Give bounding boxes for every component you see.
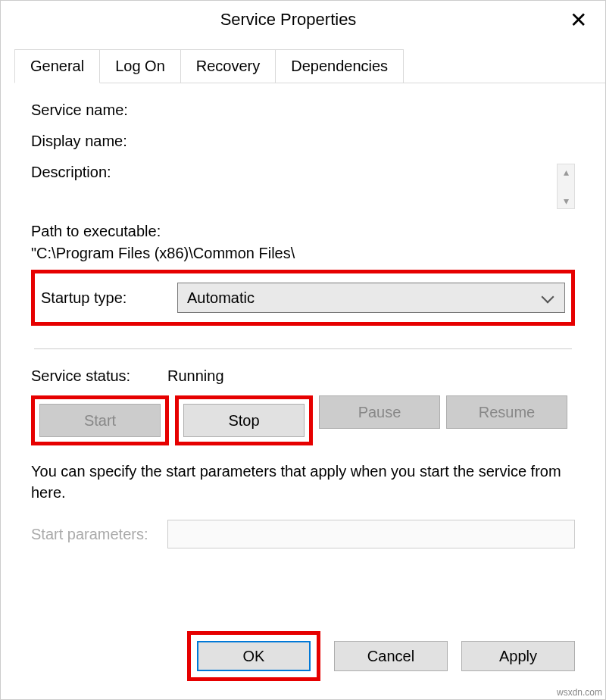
tab-content: Service name: Display name: Description:… [1,83,605,622]
ok-button[interactable]: OK [197,641,311,671]
service-status-value: Running [167,367,224,385]
highlight-stop-button: Stop [175,395,313,445]
tab-dependencies[interactable]: Dependencies [276,49,404,83]
tab-strip: General Log On Recovery Dependencies [14,49,605,83]
resume-button: Resume [446,395,567,429]
display-name-label: Display name: [31,133,167,150]
startup-type-value: Automatic [187,289,255,307]
close-icon[interactable]: ✕ [564,8,593,33]
titlebar: Service Properties ✕ [1,1,605,39]
description-label: Description: [31,164,167,181]
service-properties-dialog: Service Properties ✕ General Log On Reco… [0,0,606,700]
dialog-title: Service Properties [13,10,564,30]
stop-button[interactable]: Stop [183,404,305,437]
highlight-ok-button: OK [187,631,320,681]
start-button: Start [39,404,161,437]
start-params-label: Start parameters: [31,526,167,543]
path-label: Path to executable: [31,223,575,240]
startup-type-select[interactable]: Automatic [177,283,565,313]
tab-recovery[interactable]: Recovery [181,49,276,83]
startup-type-label: Startup type: [41,289,177,307]
path-value: "C:\Program Files (x86)\Common Files\ [31,245,575,262]
separator [34,348,572,349]
description-scrollbar[interactable]: ▴ ▾ [557,164,575,209]
start-params-hint: You can specify the start parameters tha… [31,461,575,503]
service-status-label: Service status: [31,367,167,385]
tab-log-on[interactable]: Log On [100,49,181,83]
watermark: wsxdn.com [554,686,604,698]
cancel-button[interactable]: Cancel [334,641,448,671]
pause-button: Pause [319,395,440,429]
highlight-startup-type: Startup type: Automatic [31,270,575,326]
chevron-down-icon[interactable]: ▾ [564,195,569,207]
service-name-label: Service name: [31,102,167,119]
chevron-up-icon[interactable]: ▴ [564,166,569,178]
start-params-input [167,520,575,548]
apply-button[interactable]: Apply [461,641,575,671]
dialog-footer: OK Cancel Apply [1,622,605,699]
highlight-start-button: Start [31,395,169,445]
tab-general[interactable]: General [14,49,100,83]
